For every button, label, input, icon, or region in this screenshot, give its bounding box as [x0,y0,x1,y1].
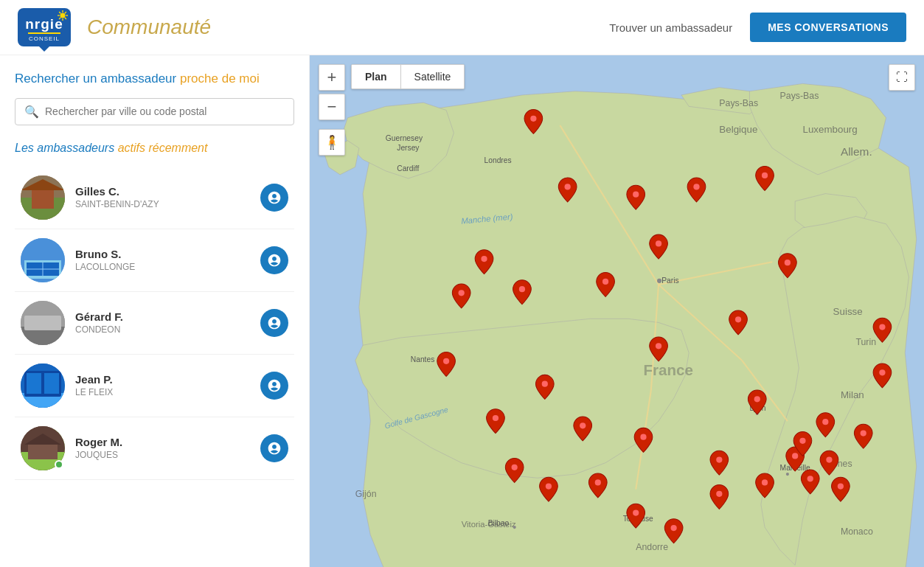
svg-rect-20 [24,316,61,330]
ambassador-info: Roger M. JOUQUES [75,436,250,460]
map-area[interactable]: + − 🧍 Plan Satellite ⛶ [310,55,924,567]
avatar-wrapper [21,301,65,345]
sidebar: Rechercher un ambassadeur proche de moi … [0,55,310,567]
svg-point-82 [512,465,518,470]
svg-point-79 [443,358,449,364]
ambassadors-title-normal: Les ambassadeurs [15,142,114,154]
logo-box: nrgie CONSEIL [18,8,71,46]
svg-text:Suisse: Suisse [833,306,863,317]
ambassador-card[interactable]: Bruno S. LACOLLONGE [15,229,294,292]
ambassador-card[interactable]: Jean P. LE FLEIX [15,355,294,417]
sun-icon [58,10,68,21]
search-box[interactable]: 🔍 [15,98,294,125]
svg-line-7 [65,12,66,13]
avatar [21,238,65,282]
ambassador-info: Gilles C. SAINT-BENIN-D'AZY [75,185,250,209]
svg-point-73 [762,173,768,178]
avatar-wrapper [21,426,65,470]
svg-point-78 [481,256,487,262]
contact-button[interactable] [260,309,288,337]
svg-text:Guernesey: Guernesey [386,134,423,142]
svg-point-63 [513,526,516,529]
svg-point-83 [546,483,552,489]
zoom-out-button[interactable]: − [319,94,345,120]
svg-text:Cardiff: Cardiff [397,164,419,173]
svg-point-101 [735,316,741,322]
svg-text:Allem.: Allem. [841,145,872,158]
svg-text:Turin: Turin [855,337,876,347]
avatar-wrapper [21,363,65,408]
svg-point-91 [762,479,768,485]
svg-point-86 [640,434,646,440]
svg-text:Pays-Bas: Pays-Bas [780,91,819,101]
ambassador-city: CONDEON [75,324,250,335]
search-input[interactable] [45,105,285,117]
svg-rect-25 [44,373,59,394]
svg-text:Monaco: Monaco [841,526,873,537]
ambassador-card[interactable]: Gilles C. SAINT-BENIN-D'AZY [15,167,294,229]
svg-text:Gijón: Gijón [355,489,377,499]
search-title-normal: Rechercher un ambassadeur [15,72,176,86]
svg-text:Pays-Bas: Pays-Bas [719,98,758,108]
mes-conversations-button[interactable]: MES CONVERSATIONS [750,13,906,42]
avatar [21,301,65,345]
svg-line-8 [59,18,60,19]
find-ambassador-link[interactable]: Trouver un ambassadeur [609,21,732,34]
ambassador-name: Bruno S. [75,248,250,260]
search-title-highlight: proche de moi [180,72,260,86]
ambassador-card[interactable]: Gérard F. CONDEON [15,292,294,355]
svg-point-75 [602,279,608,285]
ambassador-city: SAINT-BENIN-D'AZY [75,199,250,209]
svg-text:Paris: Paris [661,276,678,285]
contact-button[interactable] [260,372,288,400]
map-svg: Manche (mer) Golfe de Gascogne France Pa… [310,55,924,567]
svg-line-6 [65,18,66,19]
svg-point-70 [565,184,571,189]
ambassador-info: Bruno S. LACOLLONGE [75,248,250,272]
ambassador-info: Jean P. LE FLEIX [75,373,250,397]
header-right: Trouver un ambassadeur MES CONVERSATIONS [609,13,906,42]
search-title: Rechercher un ambassadeur proche de moi [15,70,294,88]
ambassador-card[interactable]: Roger M. JOUQUES [15,417,294,480]
satellite-view-button[interactable]: Satellite [401,65,465,88]
svg-point-71 [633,192,639,198]
contact-button[interactable] [260,434,288,462]
svg-point-92 [792,453,798,459]
svg-point-77 [459,290,465,296]
fullscreen-button[interactable]: ⛶ [889,64,915,91]
svg-point-103 [879,324,885,330]
svg-rect-24 [27,373,41,394]
contact-button[interactable] [260,246,288,274]
svg-point-87 [633,509,639,515]
svg-line-5 [59,12,60,13]
main-layout: Rechercher un ambassadeur proche de moi … [0,55,924,567]
svg-point-76 [519,286,525,292]
ambassador-city: JOUQUES [75,450,250,460]
svg-text:France: France [643,361,692,378]
svg-point-69 [530,116,536,122]
svg-rect-28 [28,445,58,459]
street-view-button[interactable]: 🧍 [319,129,345,156]
fullscreen-icon: ⛶ [896,71,908,84]
logo-area: nrgie CONSEIL Communauté [18,8,211,46]
svg-point-85 [595,479,601,485]
ambassadors-title-highlight: actifs récemment [118,142,208,154]
svg-text:Bilbao: Bilbao [488,519,510,527]
zoom-in-button[interactable]: + [319,64,345,91]
ambassador-info: Gérard F. CONDEON [75,310,250,335]
svg-point-95 [838,483,844,489]
svg-point-97 [861,430,866,436]
ambassador-name: Roger M. [75,436,250,448]
avatar-wrapper [21,238,65,282]
person-icon: 🧍 [324,134,340,150]
svg-point-72 [693,184,699,189]
map-view-toggle: Plan Satellite [351,64,465,89]
contact-button[interactable] [260,184,288,212]
header: nrgie CONSEIL Communauté Trouver un amba… [0,0,924,55]
plan-view-button[interactable]: Plan [352,65,400,88]
svg-point-88 [671,525,677,531]
svg-text:Belgique: Belgique [719,124,757,135]
ambassador-name: Jean P. [75,373,250,386]
online-indicator [55,460,63,469]
avatar [21,175,65,220]
